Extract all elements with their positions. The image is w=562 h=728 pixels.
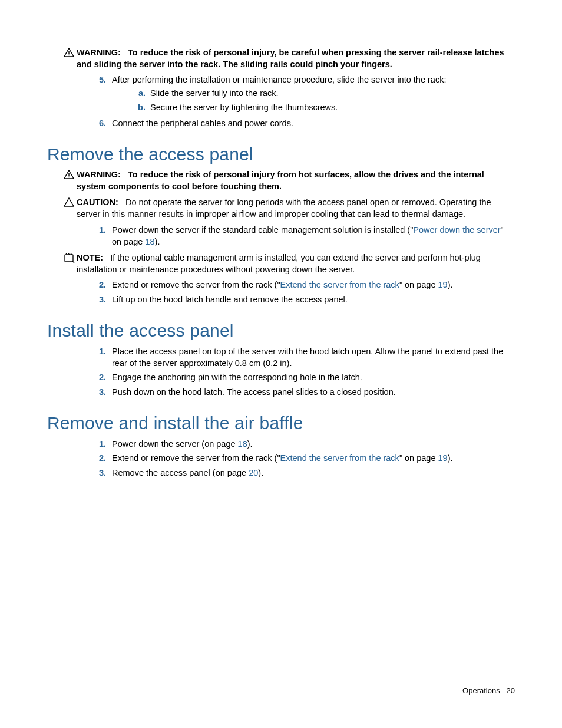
list-text: ).: [448, 453, 453, 463]
warning-admonition: WARNING: To reduce the risk of personal …: [64, 169, 515, 192]
list-marker: a.: [133, 87, 150, 99]
list-text: Remove the access panel (on page: [112, 468, 249, 477]
list-text: Secure the server by tightening the thum…: [150, 101, 515, 113]
list-text: Slide the server fully into the rack.: [150, 87, 515, 99]
list-text: Extend or remove the server from the rac…: [112, 453, 280, 463]
list-marker: b.: [133, 101, 150, 113]
note-icon: [64, 252, 77, 263]
page-ref-link[interactable]: 19: [438, 280, 448, 289]
list-marker: 1.: [88, 345, 112, 370]
heading-air-baffle: Remove and install the air baffle: [47, 413, 515, 433]
list-marker: 5.: [88, 74, 112, 115]
list-text: ).: [448, 280, 453, 289]
footer-page-number: 20: [507, 686, 515, 695]
ordered-list: 2. Extend or remove the server from the …: [88, 279, 515, 305]
list-text: " on page: [399, 280, 438, 289]
list-item: 3. Lift up on the hood latch handle and …: [88, 294, 515, 305]
warning-admonition: WARNING: To reduce the risk of personal …: [64, 47, 515, 70]
list-text: After performing the installation or mai…: [112, 75, 446, 84]
ordered-list: a. Slide the server fully into the rack.…: [133, 87, 515, 113]
list-text: Extend or remove the server from the rac…: [112, 280, 280, 289]
list-marker: 2.: [88, 371, 112, 383]
list-text: " on page: [399, 453, 438, 463]
note-admonition: NOTE: If the optional cable management a…: [64, 252, 515, 275]
heading-install-access-panel: Install the access panel: [47, 321, 515, 341]
list-item: 2. Extend or remove the server from the …: [88, 279, 515, 291]
page-footer: Operations 20: [462, 686, 515, 695]
list-text: Power down the server (on page: [112, 439, 238, 449]
page-ref-link[interactable]: 18: [145, 237, 154, 246]
ordered-list: 1. Power down the server if the standard…: [88, 224, 515, 248]
warning-icon: [64, 47, 77, 57]
admon-text: Do not operate the server for long perio…: [77, 197, 491, 219]
svg-point-3: [68, 177, 70, 178]
page-ref-link[interactable]: 20: [249, 468, 258, 477]
ordered-list: 1. Power down the server (on page 18). 2…: [88, 438, 515, 479]
list-marker: 6.: [88, 117, 112, 129]
list-item: 1. Place the access panel on top of the …: [88, 345, 515, 370]
list-marker: 3.: [88, 294, 112, 305]
list-item: 5. After performing the installation or …: [88, 74, 515, 115]
list-text: Connect the peripheral cables and power …: [112, 117, 515, 129]
list-item: 2. Extend or remove the server from the …: [88, 452, 515, 464]
list-text: Push down on the hood latch. The access …: [112, 386, 515, 398]
list-text: Power down the server if the standard ca…: [112, 225, 413, 235]
admon-text: To reduce the risk of personal injury, b…: [77, 48, 504, 69]
xref-link[interactable]: Extend the server from the rack: [280, 280, 399, 289]
footer-section: Operations: [462, 686, 500, 695]
admon-label: WARNING:: [77, 170, 121, 179]
list-marker: 3.: [88, 467, 112, 479]
list-text: Engage the anchoring pin with the corres…: [112, 371, 515, 383]
list-text: ).: [155, 237, 160, 246]
svg-point-1: [68, 54, 70, 55]
page-content: WARNING: To reduce the risk of personal …: [0, 0, 562, 479]
admon-label: WARNING:: [77, 48, 121, 57]
list-item: 6. Connect the peripheral cables and pow…: [88, 117, 515, 129]
ordered-list: 5. After performing the installation or …: [88, 74, 515, 129]
list-text: ).: [247, 439, 253, 449]
xref-link[interactable]: Power down the server: [413, 225, 500, 235]
list-text: Place the access panel on top of the ser…: [112, 345, 515, 370]
list-text: ).: [258, 468, 263, 477]
list-marker: 2.: [88, 452, 112, 464]
list-item: 1. Power down the server (on page 18).: [88, 438, 515, 450]
list-marker: 3.: [88, 386, 112, 398]
admon-label: CAUTION:: [77, 197, 118, 207]
page-ref-link[interactable]: 18: [238, 439, 247, 449]
list-text: Lift up on the hood latch handle and rem…: [112, 294, 515, 305]
list-marker: 2.: [88, 279, 112, 291]
list-item: a. Slide the server fully into the rack.: [133, 87, 515, 99]
list-marker: 1.: [88, 224, 112, 248]
admon-text: If the optional cable management arm is …: [77, 253, 481, 274]
caution-icon: [64, 197, 77, 207]
page-ref-link[interactable]: 19: [438, 453, 448, 463]
xref-link[interactable]: Extend the server from the rack: [280, 453, 399, 463]
list-item: 3. Remove the access panel (on page 20).: [88, 467, 515, 479]
admon-text: To reduce the risk of personal injury fr…: [77, 170, 484, 191]
heading-remove-access-panel: Remove the access panel: [47, 144, 515, 164]
list-marker: 1.: [88, 438, 112, 450]
admon-label: NOTE:: [77, 253, 103, 262]
list-item: 1. Power down the server if the standard…: [88, 224, 515, 248]
list-item: 2. Engage the anchoring pin with the cor…: [88, 371, 515, 383]
list-item: b. Secure the server by tightening the t…: [133, 101, 515, 113]
caution-admonition: CAUTION: Do not operate the server for l…: [64, 197, 515, 220]
ordered-list: 1. Place the access panel on top of the …: [88, 345, 515, 398]
warning-icon: [64, 169, 77, 179]
list-item: 3. Push down on the hood latch. The acce…: [88, 386, 515, 398]
